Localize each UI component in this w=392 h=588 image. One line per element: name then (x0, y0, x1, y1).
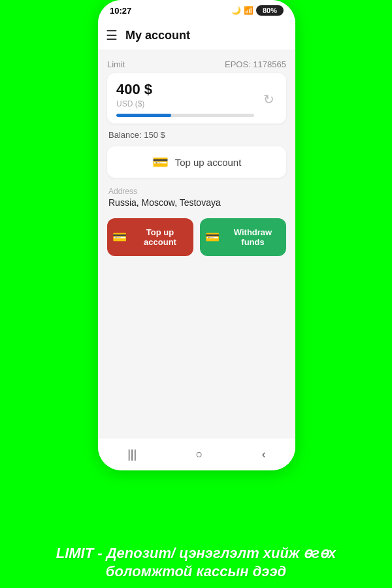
caption-text: LIMIT - Депозит/ цэнэглэлт хийж өгөх бол… (20, 544, 372, 581)
app-header: ☰ My account (98, 21, 295, 50)
limit-amount: 400 $ (116, 81, 254, 98)
main-content: Limit EPOS: 1178565 400 $ USD ($) ↻ Bala… (98, 50, 295, 256)
status-icons: 🌙 📶 80% (231, 5, 284, 16)
caption-area: LIMIT - Депозит/ цэнэглэлт хийж өгөх бол… (0, 544, 392, 581)
balance-text: Balance: 150 $ (108, 130, 165, 140)
address-value: Russia, Moscow, Testovaya (107, 197, 286, 208)
withdraw-action-button[interactable]: 💳 Withdraw funds (200, 218, 286, 256)
status-time: 10:27 (110, 6, 131, 16)
action-buttons: 💳 Top up account 💳 Withdraw funds (107, 218, 286, 256)
refresh-button[interactable]: ↻ (261, 89, 277, 110)
page-title: My account (125, 29, 190, 42)
limit-progress-section: 400 $ USD ($) (116, 81, 261, 117)
status-bar: 10:27 🌙 📶 80% (98, 0, 295, 21)
moon-icon: 🌙 (231, 6, 241, 15)
limit-label: Limit (107, 59, 125, 69)
balance-row: Balance: 150 $ (107, 130, 286, 140)
signal-icon: 📶 (244, 6, 253, 15)
battery-indicator: 80% (256, 5, 284, 16)
phone-frame: 10:27 🌙 📶 80% ☰ My account Limit EPOS: 1… (98, 0, 295, 470)
nav-home-button[interactable]: ○ (184, 444, 215, 465)
limit-card: 400 $ USD ($) ↻ (107, 73, 286, 123)
limit-progress-fill (116, 114, 171, 117)
nav-recent-button[interactable]: ||| (116, 444, 148, 465)
bottom-nav: ||| ○ ‹ (98, 438, 295, 470)
withdraw-action-label: Withdraw funds (225, 227, 281, 247)
topup-action-label: Top up account (132, 227, 188, 247)
menu-icon[interactable]: ☰ (106, 27, 118, 43)
topup-card-button[interactable]: 💳 Top up account (107, 146, 286, 178)
limit-epos-row: Limit EPOS: 1178565 (107, 59, 286, 69)
topup-card-label: Top up account (175, 157, 242, 168)
topup-action-button[interactable]: 💳 Top up account (107, 218, 193, 256)
card-topup-icon: 💳 (152, 154, 169, 170)
epos-label: EPOS: 1178565 (225, 59, 286, 69)
address-label: Address (107, 187, 286, 196)
topup-action-icon: 💳 (112, 230, 127, 244)
limit-progress-bar (116, 114, 254, 117)
withdraw-action-icon: 💳 (205, 230, 220, 244)
limit-currency: USD ($) (116, 99, 254, 108)
nav-back-button[interactable]: ‹ (250, 444, 278, 465)
address-section: Address Russia, Moscow, Testovaya (107, 187, 286, 208)
